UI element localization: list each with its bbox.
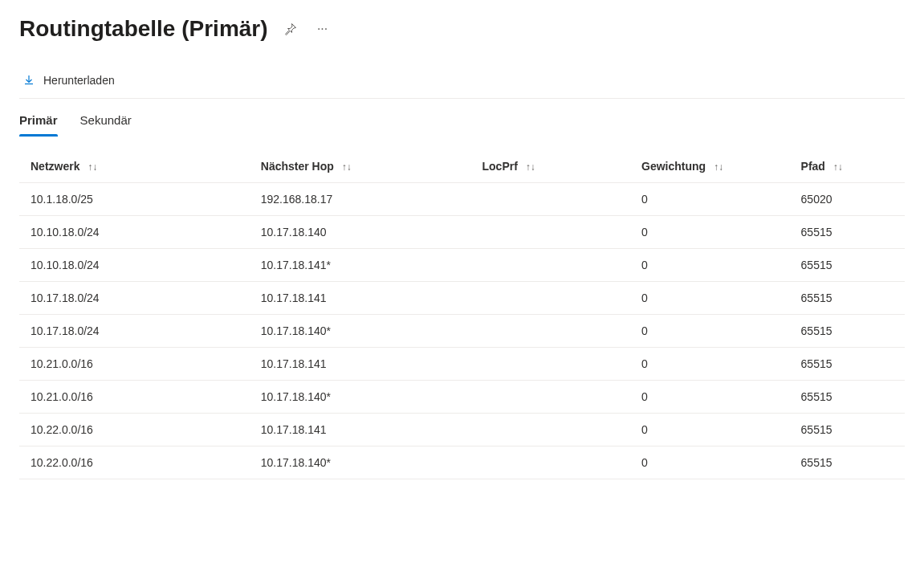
cell-weight: 0: [630, 249, 790, 282]
sort-icon: ↑↓: [714, 161, 723, 173]
cell-network: 10.1.18.0/25: [19, 183, 250, 216]
cell-next-hop: 10.17.18.140*: [250, 315, 471, 348]
cell-weight: 0: [630, 282, 790, 315]
cell-weight: 0: [630, 348, 790, 381]
col-header-weight-label: Gewichtung: [641, 160, 706, 173]
cell-loc-prf: [471, 249, 631, 282]
cell-path: 65515: [790, 381, 905, 414]
cell-network: 10.10.18.0/24: [19, 216, 250, 249]
col-header-path-label: Pfad: [801, 160, 825, 173]
cell-loc-prf: [471, 381, 631, 414]
cell-weight: 0: [630, 414, 790, 446]
tab-primary[interactable]: Primär: [19, 107, 58, 137]
cell-next-hop: 10.17.18.141: [250, 282, 471, 315]
cell-next-hop: 10.17.18.140*: [250, 446, 471, 479]
cell-network: 10.21.0.0/16: [19, 348, 250, 381]
table-row[interactable]: 10.10.18.0/2410.17.18.140065515: [19, 216, 905, 249]
cell-loc-prf: [471, 414, 631, 446]
cell-path: 65515: [790, 216, 905, 249]
cell-network: 10.17.18.0/24: [19, 315, 250, 348]
table-row[interactable]: 10.10.18.0/2410.17.18.141*065515: [19, 249, 905, 282]
cell-path: 65515: [790, 315, 905, 348]
cell-path: 65020: [790, 183, 905, 216]
cell-path: 65515: [790, 282, 905, 315]
cell-network: 10.22.0.0/16: [19, 446, 250, 479]
cell-next-hop: 10.17.18.141*: [250, 249, 471, 282]
cell-network: 10.17.18.0/24: [19, 282, 250, 315]
tab-secondary[interactable]: Sekundär: [80, 107, 132, 137]
cell-weight: 0: [630, 315, 790, 348]
table-row[interactable]: 10.21.0.0/1610.17.18.140*065515: [19, 381, 905, 414]
cell-network: 10.22.0.0/16: [19, 414, 250, 446]
table-row[interactable]: 10.22.0.0/1610.17.18.141065515: [19, 414, 905, 446]
sort-icon: ↑↓: [526, 161, 535, 173]
table-row[interactable]: 10.1.18.0/25192.168.18.17065020: [19, 183, 905, 216]
routes-table: Netzwerk ↑↓ Nächster Hop ↑↓ LocPrf ↑↓ Ge…: [19, 152, 905, 479]
cell-loc-prf: [471, 446, 631, 479]
download-icon: [22, 74, 35, 87]
cell-network: 10.21.0.0/16: [19, 381, 250, 414]
table-row[interactable]: 10.22.0.0/1610.17.18.140*065515: [19, 446, 905, 479]
cell-weight: 0: [630, 183, 790, 216]
download-label: Herunterladen: [43, 74, 115, 87]
download-button[interactable]: Herunterladen: [19, 71, 121, 90]
cell-next-hop: 10.17.18.141: [250, 348, 471, 381]
sort-icon: ↑↓: [88, 161, 97, 173]
cell-weight: 0: [630, 381, 790, 414]
cell-loc-prf: [471, 183, 631, 216]
col-header-path[interactable]: Pfad ↑↓: [790, 152, 905, 183]
cell-loc-prf: [471, 315, 631, 348]
col-header-loc-prf[interactable]: LocPrf ↑↓: [471, 152, 631, 183]
cell-loc-prf: [471, 348, 631, 381]
cell-path: 65515: [790, 249, 905, 282]
cell-loc-prf: [471, 216, 631, 249]
cell-next-hop: 10.17.18.140*: [250, 381, 471, 414]
table-row[interactable]: 10.17.18.0/2410.17.18.140*065515: [19, 315, 905, 348]
col-header-network-label: Netzwerk: [31, 160, 79, 173]
cell-weight: 0: [630, 216, 790, 249]
table-row[interactable]: 10.21.0.0/1610.17.18.141065515: [19, 348, 905, 381]
cell-path: 65515: [790, 414, 905, 446]
table-row[interactable]: 10.17.18.0/2410.17.18.141065515: [19, 282, 905, 315]
page-title: Routingtabelle (Primär): [19, 16, 268, 42]
col-header-next-hop[interactable]: Nächster Hop ↑↓: [250, 152, 471, 183]
col-header-next-hop-label: Nächster Hop: [261, 160, 334, 173]
cell-network: 10.10.18.0/24: [19, 249, 250, 282]
col-header-network[interactable]: Netzwerk ↑↓: [19, 152, 250, 183]
cell-next-hop: 10.17.18.141: [250, 414, 471, 446]
cell-weight: 0: [630, 446, 790, 479]
pin-icon[interactable]: [281, 19, 300, 39]
cell-next-hop: 192.168.18.17: [250, 183, 471, 216]
col-header-weight[interactable]: Gewichtung ↑↓: [630, 152, 790, 183]
cell-path: 65515: [790, 348, 905, 381]
cell-path: 65515: [790, 446, 905, 479]
sort-icon: ↑↓: [342, 161, 352, 173]
more-icon[interactable]: ···: [313, 19, 332, 39]
cell-next-hop: 10.17.18.140: [250, 216, 471, 249]
sort-icon: ↑↓: [833, 161, 843, 173]
col-header-loc-prf-label: LocPrf: [482, 160, 518, 173]
cell-loc-prf: [471, 282, 631, 315]
